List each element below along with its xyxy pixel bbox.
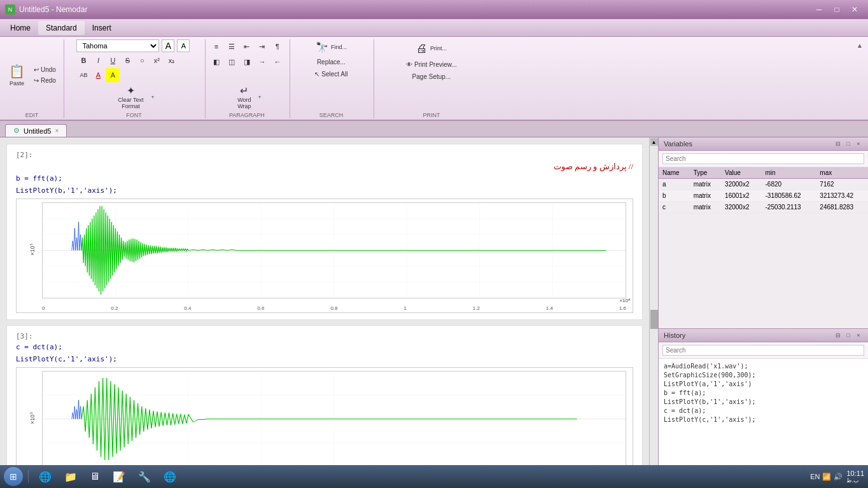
select-all-button[interactable]: ↖ Select All (312, 69, 350, 79)
replace-button[interactable]: Replace... (314, 57, 348, 67)
window-controls: ─ □ ✕ (811, 3, 863, 16)
taskbar-notepad[interactable]: 📝 (108, 468, 130, 485)
col-min: min (762, 167, 816, 179)
history-line: ListPlotY(a,'1','axis') (664, 380, 863, 387)
editor-area[interactable]: [2]: // پردازش و رسم صوت b = fft(a); Lis… (0, 137, 649, 488)
arrow-right-button[interactable]: → (255, 55, 269, 69)
font-row1: Tahoma A A (76, 39, 190, 52)
para-row1: ≡ ☰ ⇤ ⇥ ¶ (209, 39, 284, 53)
editor-scrollbar[interactable]: ▲ ▼ (649, 137, 658, 488)
tab-close-button[interactable]: × (55, 127, 59, 134)
bold-button[interactable]: B (76, 53, 90, 67)
print-preview-button[interactable]: 👁 Print Preview... (403, 60, 459, 69)
pilcrow-button[interactable]: ¶ (270, 39, 284, 53)
history-close-btn[interactable]: × (854, 331, 863, 340)
document-tab[interactable]: ⚙ Untitled5 × (5, 124, 67, 137)
search-group: 🔭 Find... Replace... ↖ Select All SEARCH (291, 39, 374, 118)
cell2-rtl-comment: // پردازش و رسم صوت (16, 162, 633, 172)
var-max: 7162 (816, 179, 868, 190)
list-bullet-button[interactable]: ☰ (225, 39, 239, 53)
history-max-btn[interactable]: □ (844, 331, 853, 340)
history-restore-btn[interactable]: ⊟ (834, 331, 843, 340)
table-row[interactable]: b matrix 16001x2 -3180586.62 3213273.42 (659, 190, 868, 202)
list-numbered-button[interactable]: ≡ (209, 39, 223, 53)
menu-standard[interactable]: Standard (38, 21, 85, 35)
table-row[interactable]: c matrix 32000x2 -25030.2113 24681.8283 (659, 202, 868, 213)
subscript-button[interactable]: x₂ (164, 53, 178, 67)
ribbon-collapse-btn[interactable]: ▲ (854, 39, 865, 118)
var-type: matrix (690, 190, 721, 202)
history-search-input[interactable] (662, 345, 864, 356)
strikethrough-button[interactable]: S (120, 53, 134, 67)
variables-restore-btn[interactable]: ⊟ (834, 139, 843, 148)
start-button[interactable]: ⊞ (4, 467, 23, 486)
minimize-button[interactable]: ─ (811, 3, 827, 16)
tray-clock: 10:11 ب.ظ (846, 470, 864, 484)
align-left-button[interactable]: ◧ (209, 55, 223, 69)
variables-table-container: Name Type Value min max a matrix 32000x2… (659, 167, 868, 328)
variables-max-btn[interactable]: □ (844, 139, 853, 148)
circle-button[interactable]: ○ (135, 53, 149, 67)
variables-panel-header: Variables ⊟ □ × (659, 137, 868, 151)
paste-button[interactable]: 📋 Paste (5, 58, 29, 92)
var-name: c (659, 202, 690, 213)
taskbar-ie[interactable]: 🌐 (34, 468, 57, 485)
para-expand-icon[interactable]: ▾ (258, 94, 261, 100)
close-button[interactable]: ✕ (846, 3, 863, 16)
plot1-y-label: ×10⁵ (23, 199, 42, 300)
word-wrap-button[interactable]: ↵ WordWrap (233, 83, 256, 111)
main-container: [2]: // پردازش و رسم صوت b = fft(a); Lis… (0, 137, 868, 488)
clear-text-format-button[interactable]: ✦ Clear TextFormat (114, 83, 147, 111)
taskbar: ⊞ 🌐 📁 🖥 📝 🔧 🌐 EN 📶 🔊 10:11 ب.ظ (0, 465, 868, 488)
redo-button[interactable]: ↪ Redo (31, 76, 59, 85)
scroll-up-btn[interactable]: ▲ (650, 138, 658, 146)
window-title: Untitled5 - Nemodar (19, 5, 87, 14)
font-size-down[interactable]: A (177, 39, 190, 52)
undo-button[interactable]: ↩ Undo (31, 65, 59, 74)
indent-more-button[interactable]: ⇥ (255, 39, 269, 53)
font-selector[interactable]: Tahoma (76, 39, 159, 52)
taskbar-network[interactable]: 🌐 (158, 468, 181, 485)
variables-search-input[interactable] (662, 153, 864, 164)
font-size-up[interactable]: A (162, 39, 174, 52)
sys-tray: EN 📶 🔊 (810, 473, 843, 481)
menu-home[interactable]: Home (3, 21, 38, 35)
find-button[interactable]: 🔭 Find... (312, 39, 351, 55)
variables-close-btn[interactable]: × (854, 139, 863, 148)
allcaps-button[interactable]: AB (76, 68, 90, 82)
superscript-button[interactable]: x² (150, 53, 164, 67)
arrow-left-button[interactable]: ← (270, 55, 284, 69)
taskbar-desktop[interactable]: 🖥 (85, 468, 105, 485)
waveform-svg-1 (43, 203, 626, 298)
tab-icon: ⚙ (13, 127, 20, 135)
align-center-button[interactable]: ◫ (225, 55, 239, 69)
history-line: ListPlotY(b,'1','axis'); (664, 398, 863, 405)
var-name: a (659, 179, 690, 190)
edit-group: 📋 Paste ↩ Undo ↪ Redo EDIT (3, 39, 64, 118)
variables-panel: Variables ⊟ □ × Name Type Value (659, 137, 868, 329)
print-button[interactable]: 🖨 Print... (412, 39, 451, 57)
page-setup-button[interactable]: Page Setup... (410, 72, 454, 81)
print-preview-label: Print Preview... (414, 61, 457, 68)
history-line: ListPlotY(c,'1','axis'); (664, 416, 863, 423)
indent-less-button[interactable]: ⇤ (240, 39, 254, 53)
menu-insert[interactable]: Insert (85, 21, 119, 35)
align-right-button[interactable]: ◨ (240, 55, 254, 69)
taskbar-settings[interactable]: 🔧 (133, 468, 156, 485)
scroll-thumb[interactable] (650, 310, 658, 329)
clear-format-area: ✦ Clear TextFormat ▾ (114, 83, 153, 111)
variables-win-btns: ⊟ □ × (834, 139, 863, 148)
font-group-label: FONT (126, 112, 142, 118)
print-group: 🖨 Print... 👁 Print Preview... Page Setup… (375, 39, 490, 118)
italic-button[interactable]: I (91, 53, 105, 67)
font-expand-icon[interactable]: ▾ (151, 94, 154, 100)
tray-ampm: ب.ظ (846, 477, 864, 484)
fontcolor-button[interactable]: A (91, 68, 105, 82)
var-value: 32000x2 (721, 179, 761, 190)
paste-icon: 📋 (9, 64, 25, 79)
underline-button[interactable]: U (106, 53, 120, 67)
table-row[interactable]: a matrix 32000x2 -6820 7162 (659, 179, 868, 190)
highlight-button[interactable]: A (106, 68, 120, 82)
maximize-button[interactable]: □ (829, 3, 845, 16)
taskbar-explorer[interactable]: 📁 (59, 468, 82, 485)
